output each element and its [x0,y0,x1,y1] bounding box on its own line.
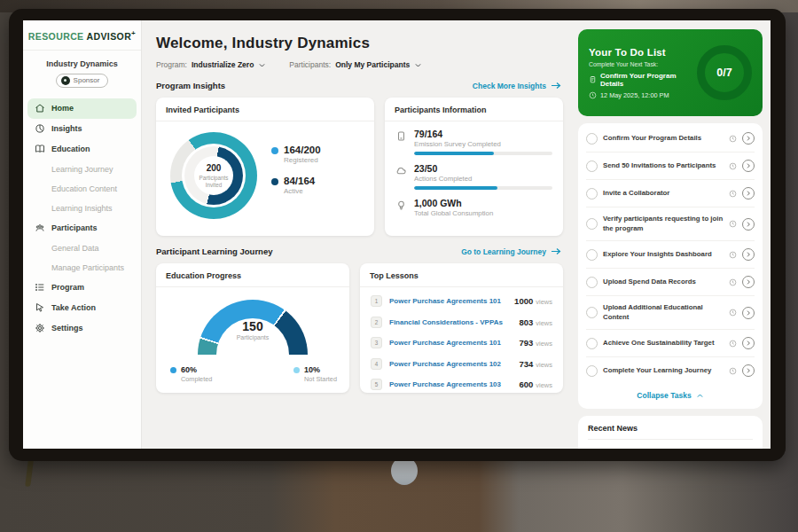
task-checkbox[interactable] [586,307,598,318]
sidebar-item-label: Program [51,283,84,292]
task-checkbox[interactable] [586,249,598,261]
sidebar-item-learning-insights[interactable]: Learning Insights [27,199,137,218]
chevron-down-icon [414,61,422,69]
lesson-views: 1000views [514,296,552,306]
sidebar-item-program[interactable]: Program [27,278,137,298]
lesson-rank: 4 [371,358,382,370]
sidebar-item-participants[interactable]: Participants [27,218,137,239]
learning-journey-title: Participant Learning Journey [156,246,272,256]
chevron-down-icon [258,61,266,69]
sidebar-item-label: General Data [51,244,99,253]
sidebar-item-learning-journey[interactable]: Learning Journey [27,160,137,179]
task-checkbox[interactable] [586,133,598,145]
task-go-button[interactable] [742,218,755,231]
task-label: Send 50 Invitations to Participants [603,161,724,171]
sidebar-item-manage-participants[interactable]: Manage Participants [27,258,137,278]
lesson-link[interactable]: Power Purchase Agreements 102 [389,360,512,368]
stat-row-actions-completed: 23/50Actions Completed [395,163,552,190]
lesson-link[interactable]: Power Purchase Agreements 101 [389,297,507,305]
gauge-center-label: Participants [198,334,308,340]
plant-leaf [25,460,34,488]
task-go-button[interactable] [742,276,755,288]
stat-row-emission-survey-completed: 79/164Emission Survey Completed [395,129,552,155]
chevron-up-icon [696,392,704,400]
task-time-icon [729,278,737,286]
stat-label: Actions Completed [414,175,552,183]
active-legend-dot [271,178,278,185]
lesson-row: 4Power Purchase Agreements 102734views [371,354,552,375]
program-insights-title: Program Insights [156,81,225,90]
collapse-tasks-link[interactable]: Collapse Tasks [586,384,755,405]
task-go-button[interactable] [742,132,755,145]
registered-legend-dot [271,147,278,154]
gauge-center-value: 150 [198,319,308,333]
sidebar-item-label: Manage Participants [51,263,124,272]
task-label: Verify participants requesting to join t… [603,215,724,233]
task-go-button[interactable] [742,160,755,172]
education-icon [35,144,45,154]
stat-row-total-global-consumption: 1,000 GWhTotal Global Consumption [395,198,552,221]
donut-center-value: 200 [207,163,222,173]
sidebar-item-general-data[interactable]: General Data [27,239,137,258]
task-checkbox[interactable] [586,188,598,200]
lesson-row: 2Financial Considerations - VPPAs803view… [371,312,552,333]
check-more-insights-label: Check More Insights [473,82,546,90]
participants-label: Participants: [289,60,331,69]
lesson-views: 793views [519,338,552,348]
sidebar-item-label: Education Content [51,184,117,193]
todo-progress-value: 0/7 [716,66,732,79]
task-list-card: Confirm Your Program Details Send 50 Inv… [578,123,763,409]
donut-legend: 164/200 Registered 84/164 Active [271,145,321,207]
arrow-right-icon [551,247,561,255]
task-checkbox[interactable] [586,338,598,349]
sidebar-item-take-action[interactable]: Take Action [27,298,137,318]
task-label: Upload Spend Data Records [603,278,724,287]
recent-news-card: Recent News [578,416,763,449]
lesson-rank: 3 [371,337,382,348]
program-dropdown[interactable]: Program: Industrialize Zero [156,60,266,69]
task-label: Confirm Your Program Details [603,134,724,144]
sidebar-item-insights[interactable]: Insights [27,119,137,139]
task-row-explore-your-insights-dashboard: Explore Your Insights Dashboard [586,241,755,269]
lesson-link[interactable]: Financial Considerations - VPPAs [389,318,512,326]
lesson-row: 3Power Purchase Agreements 101793views [371,332,552,354]
invited-participants-donut-chart: 200 Participants Invited [170,132,257,219]
go-to-learning-journey-link[interactable]: Go to Learning Journey [461,247,561,256]
arrow-right-icon [551,82,561,90]
task-label: Explore Your Insights Dashboard [603,250,724,260]
lesson-rank: 1 [371,295,382,307]
go-to-learning-journey-label: Go to Learning Journey [461,247,546,256]
task-go-button[interactable] [742,307,755,319]
sidebar-item-home[interactable]: Home [27,98,137,119]
lesson-link[interactable]: Power Purchase Agreements 103 [389,380,512,388]
lesson-link[interactable]: Power Purchase Agreements 101 [389,339,512,347]
task-go-button[interactable] [742,337,755,349]
task-checkbox[interactable] [586,218,598,230]
sidebar-item-settings[interactable]: Settings [27,318,137,339]
task-label: Complete Your Learning Journey [603,366,724,376]
invited-participants-title: Invited Participants [156,98,374,121]
task-checkbox[interactable] [586,160,598,172]
task-go-button[interactable] [742,248,755,261]
task-label: Upload Additional Educational Content [603,303,724,322]
sidebar: RESOURCE ADVISOR+ Industry Dynamics Spon… [23,20,142,449]
task-checkbox[interactable] [586,365,598,377]
logo-plus: + [131,29,136,37]
todo-title: Your To Do List [589,47,697,58]
sidebar-item-label: Education [51,145,90,153]
sidebar-item-label: Settings [51,324,83,332]
participants-dropdown[interactable]: Participants: Only My Participants [289,60,422,69]
sidebar-item-education-content[interactable]: Education Content [27,179,137,199]
check-more-insights-link[interactable]: Check More Insights [473,82,561,90]
task-row-invite-a-collaborator: Invite a Collaborator [586,180,755,207]
sponsor-label: Sponsor [74,76,100,84]
sponsor-badge: Sponsor [56,74,109,88]
collapse-tasks-label: Collapse Tasks [637,391,691,400]
stat-value: 79/164 [414,129,552,139]
task-row-upload-additional-educational-content: Upload Additional Educational Content [586,296,755,330]
task-row-confirm-your-program-details: Confirm Your Program Details [586,125,755,153]
sidebar-item-education[interactable]: Education [27,139,137,160]
task-go-button[interactable] [742,364,755,377]
task-go-button[interactable] [742,187,755,200]
task-checkbox[interactable] [586,277,598,288]
